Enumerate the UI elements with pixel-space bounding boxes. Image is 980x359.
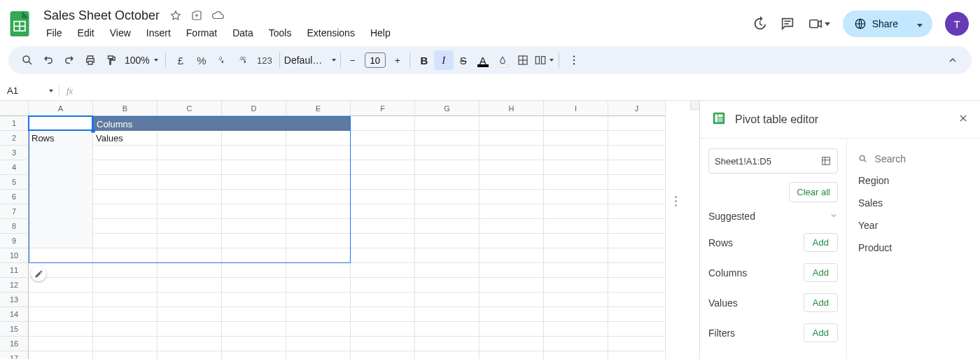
history-icon[interactable]: [752, 16, 767, 31]
cell[interactable]: [286, 175, 351, 190]
cell[interactable]: [29, 116, 93, 131]
cell[interactable]: [415, 160, 479, 175]
paint-format-icon[interactable]: [101, 50, 122, 71]
cell[interactable]: [29, 219, 93, 234]
cell[interactable]: [608, 293, 666, 307]
grid-body[interactable]: 12345678910111213141516171819: [0, 116, 699, 359]
menu-insert[interactable]: Insert: [139, 24, 178, 41]
cell[interactable]: [222, 351, 286, 359]
doc-title[interactable]: Sales Sheet October: [41, 7, 162, 24]
col-header-F[interactable]: F: [351, 101, 415, 116]
pivot-range-input[interactable]: Sheet1!A1:D5: [708, 148, 838, 174]
cell[interactable]: [286, 263, 351, 278]
row-header[interactable]: 12: [0, 278, 29, 293]
cell[interactable]: [479, 190, 544, 204]
cell[interactable]: [93, 263, 158, 278]
meet-menu[interactable]: [808, 16, 830, 31]
print-icon[interactable]: [80, 50, 101, 71]
row-header[interactable]: 1: [0, 116, 29, 131]
borders-icon[interactable]: [512, 50, 533, 71]
share-button[interactable]: Share: [843, 10, 932, 37]
cell[interactable]: [479, 278, 544, 293]
cell[interactable]: [479, 293, 544, 307]
cell[interactable]: [479, 263, 544, 278]
cell[interactable]: [608, 175, 666, 190]
cell[interactable]: [93, 293, 158, 307]
field-sales[interactable]: Sales: [858, 192, 969, 214]
cell[interactable]: [479, 219, 544, 234]
cell[interactable]: [29, 190, 93, 204]
cell[interactable]: [222, 146, 286, 160]
cell[interactable]: [29, 337, 93, 351]
cell[interactable]: [351, 204, 415, 219]
cell[interactable]: [93, 160, 158, 175]
cell[interactable]: [93, 278, 158, 293]
cell[interactable]: [29, 234, 93, 248]
cell[interactable]: [479, 146, 544, 160]
cell[interactable]: [415, 351, 479, 359]
cell[interactable]: [608, 278, 666, 293]
cell[interactable]: [608, 351, 666, 359]
row-header[interactable]: 13: [0, 293, 29, 307]
cell[interactable]: [29, 293, 93, 307]
col-header-A[interactable]: A: [29, 101, 93, 116]
row-header[interactable]: 14: [0, 307, 29, 322]
cell[interactable]: [415, 263, 479, 278]
col-header-I[interactable]: I: [544, 101, 608, 116]
col-header-H[interactable]: H: [479, 101, 544, 116]
col-header-J[interactable]: J: [608, 101, 666, 116]
cell[interactable]: [351, 263, 415, 278]
increase-decimal-icon[interactable]: .00: [233, 50, 254, 71]
cell[interactable]: [351, 337, 415, 351]
col-header-G[interactable]: G: [415, 101, 479, 116]
cell[interactable]: [93, 146, 158, 160]
cell[interactable]: [286, 278, 351, 293]
formula-input[interactable]: [80, 85, 980, 96]
cell[interactable]: [222, 204, 286, 219]
move-icon[interactable]: [190, 9, 203, 22]
cell[interactable]: [158, 160, 222, 175]
row-header[interactable]: 8: [0, 219, 29, 234]
cell[interactable]: [479, 307, 544, 322]
name-box[interactable]: A1: [0, 85, 59, 96]
cell[interactable]: [415, 293, 479, 307]
cell[interactable]: [415, 219, 479, 234]
cell[interactable]: [351, 307, 415, 322]
field-year[interactable]: Year: [858, 214, 969, 237]
cell[interactable]: [351, 190, 415, 204]
add-columns-button[interactable]: Add: [804, 263, 838, 282]
cell[interactable]: [158, 175, 222, 190]
cell[interactable]: [479, 204, 544, 219]
cell[interactable]: [286, 160, 351, 175]
cell[interactable]: [158, 146, 222, 160]
panel-drag-handle[interactable]: [671, 196, 680, 206]
font-select[interactable]: Defaul…: [284, 55, 336, 66]
cell[interactable]: [415, 175, 479, 190]
cell[interactable]: [93, 175, 158, 190]
cell[interactable]: [93, 204, 158, 219]
cell[interactable]: [544, 337, 608, 351]
cell[interactable]: [479, 248, 544, 263]
cell[interactable]: [93, 219, 158, 234]
cell[interactable]: [479, 131, 544, 146]
cell[interactable]: [544, 293, 608, 307]
cell[interactable]: [222, 131, 286, 146]
cell[interactable]: [608, 190, 666, 204]
cell[interactable]: [415, 307, 479, 322]
percent-button[interactable]: %: [191, 50, 212, 71]
col-header-B[interactable]: B: [93, 101, 158, 116]
cell[interactable]: [222, 322, 286, 337]
menu-format[interactable]: Format: [179, 24, 224, 41]
decrease-decimal-icon[interactable]: .0: [212, 50, 233, 71]
currency-pound-button[interactable]: £: [170, 50, 191, 71]
cell[interactable]: [29, 160, 93, 175]
row-header[interactable]: 16: [0, 337, 29, 351]
cell[interactable]: [544, 219, 608, 234]
cell[interactable]: [158, 234, 222, 248]
cell[interactable]: [544, 248, 608, 263]
cell[interactable]: [479, 160, 544, 175]
cell[interactable]: [544, 160, 608, 175]
add-rows-button[interactable]: Add: [804, 233, 838, 252]
cell[interactable]: [544, 263, 608, 278]
cell[interactable]: [415, 131, 479, 146]
